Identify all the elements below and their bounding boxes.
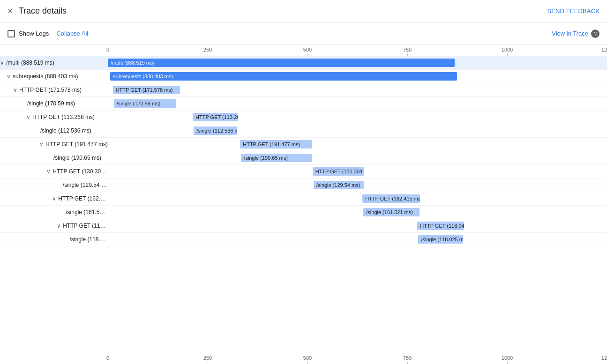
trace-row[interactable]: ∨HTTP GET (162.415 ms)HTTP GET (162.415 … — [0, 192, 607, 206]
expand-chevron-icon[interactable]: ∨ — [57, 223, 61, 229]
toolbar-right: View in Trace ? — [552, 30, 600, 38]
tick-500: 500 — [307, 45, 316, 56]
trace-row[interactable]: ∨HTTP GET (118.941 ms)HTTP GET (118.941 … — [0, 219, 607, 233]
bar-col: /single (129.54 ms) — [108, 178, 607, 192]
trace-row[interactable]: /single (129.54 ms)/single (129.54 ms) — [0, 178, 607, 192]
tick-0: 0 — [108, 353, 111, 364]
row-label: /single (170.59 ms) — [27, 100, 75, 107]
expand-chevron-icon[interactable]: ∨ — [13, 87, 17, 93]
timeline-area[interactable]: 025050075010001250 ∨/multi (888.519 ms)/… — [0, 45, 607, 353]
trace-bar[interactable]: /single (161.521 ms) — [363, 208, 419, 216]
trace-row[interactable]: ∨HTTP GET (130.304 ms)HTTP GET (130.304 … — [0, 165, 607, 178]
row-label: HTTP GET (171.578 ms) — [19, 87, 82, 93]
trace-bar[interactable]: /single (112.536 ms) — [194, 126, 237, 135]
row-label: /single (112.536 ms) — [40, 127, 91, 134]
tick-line — [108, 53, 108, 56]
trace-row[interactable]: ∨HTTP GET (171.578 ms)HTTP GET (171.578 … — [0, 83, 607, 97]
tick-1000: 1000 — [507, 45, 518, 56]
row-label-col: ∨HTTP GET (191.477 ms) — [0, 140, 108, 149]
row-label: HTTP GET (118.941 ms) — [63, 223, 108, 229]
tick-line — [507, 53, 508, 56]
row-label-col: ∨HTTP GET (162.415 ms) — [0, 194, 108, 203]
bar-col: /multi (888.519 ms) — [108, 56, 607, 69]
trace-row[interactable]: /single (118.025 ms)/single (118.025 ms) — [0, 233, 607, 246]
expand-chevron-icon[interactable]: ∨ — [26, 114, 30, 120]
close-button[interactable]: × — [7, 6, 13, 16]
row-label: HTTP GET (162.415 ms) — [58, 195, 108, 202]
expand-chevron-icon[interactable]: ∨ — [46, 168, 51, 175]
trace-bar[interactable]: /single (170.59 ms) — [114, 99, 176, 108]
tick-line — [307, 362, 308, 364]
row-label: /single (161.521 ms) — [66, 209, 108, 215]
tick-label: 750 — [403, 45, 412, 52]
tick-0: 0 — [108, 45, 111, 56]
bar-col: /single (118.025 ms) — [108, 233, 607, 246]
send-feedback-button[interactable]: SEND FEEDBACK — [547, 7, 600, 15]
bar-col: HTTP GET (118.941 ms) — [108, 219, 607, 232]
tick-label: 0 — [106, 45, 109, 52]
tick-label: 0 — [106, 353, 109, 361]
row-label: /multi (888.519 ms) — [6, 59, 54, 66]
view-in-trace-button[interactable]: View in Trace — [552, 30, 588, 37]
trace-bar[interactable]: HTTP GET (162.415 ms) — [362, 194, 420, 203]
expand-chevron-icon[interactable]: ∨ — [52, 195, 56, 202]
trace-row[interactable]: /single (112.536 ms)/single (112.536 ms) — [0, 124, 607, 138]
row-label-col: /single (161.521 ms) — [0, 208, 108, 216]
trace-row[interactable]: ∨HTTP GET (191.477 ms)HTTP GET (191.477 … — [0, 138, 607, 151]
collapse-all-button[interactable]: Collapse All — [56, 30, 88, 37]
tick-500: 500 — [307, 353, 316, 364]
row-label-col: ∨HTTP GET (130.304 ms) — [0, 167, 108, 176]
tick-line — [208, 362, 208, 364]
expand-chevron-icon[interactable]: ∨ — [39, 141, 44, 148]
trace-container: 025050075010001250 ∨/multi (888.519 ms)/… — [0, 45, 607, 364]
bar-col: HTTP GET (130.304 ms) — [108, 165, 607, 178]
expand-chevron-icon[interactable]: ∨ — [0, 59, 4, 66]
top-axis-ticks: 025050075010001250 — [108, 45, 607, 56]
row-label: HTTP GET (113.268 ms) — [32, 114, 95, 120]
trace-bar[interactable]: /multi (888.519 ms) — [108, 59, 455, 67]
trace-bar[interactable]: HTTP GET (118.941 ms) — [417, 222, 464, 230]
tick-label: 500 — [303, 45, 312, 52]
trace-row[interactable]: ∨subrequests (888.403 ms)subrequests (88… — [0, 70, 607, 83]
trace-row[interactable]: /single (161.521 ms)/single (161.521 ms) — [0, 206, 607, 219]
trace-bar[interactable]: /single (118.025 ms) — [418, 235, 463, 244]
row-label-col: ∨subrequests (888.403 ms) — [0, 72, 108, 81]
trace-bar[interactable]: HTTP GET (191.477 ms) — [240, 140, 312, 149]
row-label-col: /single (129.54 ms) — [0, 181, 108, 189]
expand-chevron-icon[interactable]: ∨ — [7, 73, 11, 80]
bar-col: /single (170.59 ms) — [108, 97, 607, 110]
show-logs-toggle[interactable]: Show Logs — [7, 30, 49, 37]
trace-bar[interactable]: HTTP GET (113.268 ms) — [193, 113, 238, 121]
trace-row[interactable]: ∨/multi (888.519 ms)/multi (888.519 ms) — [0, 56, 607, 70]
row-label-col: /single (190.65 ms) — [0, 154, 108, 162]
trace-row[interactable]: /single (170.59 ms)/single (170.59 ms) — [0, 97, 607, 111]
trace-row[interactable]: ∨HTTP GET (113.268 ms)HTTP GET (113.268 … — [0, 111, 607, 124]
tick-line — [407, 53, 408, 56]
row-label-col: ∨HTTP GET (113.268 ms) — [0, 113, 108, 121]
rows-container: ∨/multi (888.519 ms)/multi (888.519 ms)∨… — [0, 56, 607, 246]
trace-bar[interactable]: /single (129.54 ms) — [314, 181, 364, 189]
row-label: subrequests (888.403 ms) — [13, 73, 78, 80]
row-label: /single (129.54 ms) — [63, 182, 108, 188]
show-logs-checkbox[interactable] — [7, 30, 15, 37]
help-icon[interactable]: ? — [591, 30, 600, 38]
trace-bar[interactable]: HTTP GET (130.304 ms) — [313, 167, 365, 176]
tick-label: 500 — [303, 353, 312, 361]
tick-line — [507, 362, 508, 364]
trace-bar[interactable]: HTTP GET (171.578 ms) — [113, 86, 180, 94]
page-title: Trace details — [19, 6, 67, 16]
show-logs-label: Show Logs — [19, 30, 49, 37]
tick-1000: 1000 — [507, 353, 518, 364]
tick-label: 1000 — [502, 45, 513, 52]
trace-bar[interactable]: subrequests (888.403 ms) — [110, 72, 457, 81]
tick-250: 250 — [208, 353, 216, 364]
tick-label: 250 — [203, 353, 212, 361]
trace-row[interactable]: /single (190.65 ms)/single (190.65 ms) — [0, 151, 607, 165]
tick-line — [108, 362, 108, 364]
trace-bar[interactable]: /single (190.65 ms) — [241, 154, 312, 162]
row-label-col: ∨/multi (888.519 ms) — [0, 59, 108, 67]
tick-label: 1250 — [601, 353, 607, 361]
row-label-col: ∨HTTP GET (171.578 ms) — [0, 86, 108, 94]
bar-col: HTTP GET (113.268 ms) — [108, 111, 607, 124]
tick-label: 250 — [203, 45, 212, 52]
